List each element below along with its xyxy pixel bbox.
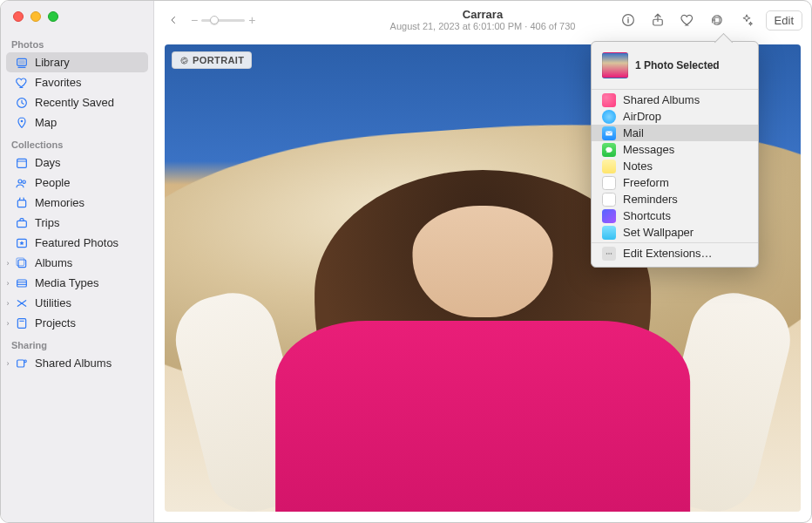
sidebar-item-label: Recently Saved (35, 96, 114, 109)
toolbar: − + Carrara August 21, 2023 at 6:01:00 P… (154, 1, 811, 39)
sidebar-item-label: Library (35, 56, 70, 69)
share-item-messages[interactable]: Messages (592, 141, 758, 158)
disclosure-triangle-icon[interactable]: › (3, 279, 13, 288)
sidebar-item-label: Memories (35, 196, 85, 209)
shared-app-icon (602, 93, 616, 107)
sidebar-item-recently-saved[interactable]: Recently Saved (6, 92, 148, 112)
utilities-icon (14, 296, 30, 310)
shortcuts-app-icon (602, 209, 616, 223)
back-button[interactable] (163, 10, 184, 30)
share-item-shortcuts[interactable]: Shortcuts (592, 207, 758, 224)
share-edit-extensions[interactable]: Edit Extensions… (592, 245, 758, 262)
share-item-label: Mail (623, 126, 644, 139)
memories-icon (14, 196, 30, 210)
share-item-label: Freeform (623, 176, 669, 189)
portrait-badge: PORTRAIT (172, 51, 252, 69)
share-item-airdrop[interactable]: AirDrop (592, 108, 758, 125)
sidebar-item-utilities[interactable]: ›Utilities (6, 293, 148, 313)
sidebar-item-label: Featured Photos (35, 236, 118, 249)
share-popover: 1 Photo Selected Shared AlbumsAirDropMai… (591, 41, 759, 268)
freeform-app-icon (602, 176, 616, 190)
suitcase-icon (14, 216, 30, 230)
calendar-icon (14, 156, 30, 170)
share-item-label: Set Wallpaper (623, 226, 694, 239)
minimize-window-button[interactable] (30, 11, 41, 22)
aperture-icon (179, 56, 189, 65)
share-item-label: AirDrop (623, 110, 661, 123)
sidebar-section-photos: Photos (1, 32, 153, 52)
featured-icon (14, 236, 30, 250)
sidebar-item-label: People (35, 176, 70, 189)
sidebar-item-days[interactable]: Days (6, 153, 148, 173)
sidebar-item-label: Days (35, 156, 61, 169)
sidebar-section-sharing: Sharing (1, 333, 153, 353)
clock-icon (14, 96, 30, 110)
zoom-out-icon: − (191, 13, 198, 27)
wallpaper-app-icon (602, 226, 616, 240)
share-item-label: Shared Albums (623, 93, 700, 106)
close-window-button[interactable] (13, 11, 24, 22)
notes-app-icon (602, 160, 616, 173)
share-thumbnail (602, 52, 628, 78)
sidebar-item-people[interactable]: People (6, 173, 148, 193)
share-item-notes[interactable]: Notes (592, 158, 758, 174)
pin-icon (14, 116, 30, 130)
sidebar-item-favorites[interactable]: Favorites (6, 72, 148, 92)
share-button[interactable] (647, 10, 668, 30)
disclosure-triangle-icon[interactable]: › (3, 299, 13, 308)
edit-button[interactable]: Edit (766, 10, 802, 31)
rotate-button[interactable] (707, 10, 727, 30)
sidebar-item-map[interactable]: Map (6, 112, 148, 132)
disclosure-triangle-icon[interactable]: › (3, 359, 13, 368)
info-button[interactable] (618, 10, 639, 30)
sidebar-item-label: Favorites (35, 76, 81, 89)
sidebar-item-albums[interactable]: ›Albums (6, 253, 148, 273)
share-selection-count: 1 Photo Selected (635, 59, 720, 71)
share-item-freeform[interactable]: Freeform (592, 174, 758, 191)
fullscreen-window-button[interactable] (48, 11, 58, 22)
sidebar-item-label: Utilities (35, 296, 71, 309)
people-icon (14, 176, 30, 190)
sidebar-item-label: Shared Albums (35, 357, 112, 370)
favorite-button[interactable] (677, 10, 698, 30)
disclosure-triangle-icon[interactable]: › (3, 259, 13, 268)
share-item-shared-albums[interactable]: Shared Albums (592, 92, 758, 108)
sidebar-item-label: Albums (35, 256, 72, 269)
share-item-label: Notes (623, 160, 653, 173)
heart-icon (14, 76, 30, 90)
sidebar-item-library[interactable]: Library (6, 52, 148, 72)
share-item-label: Messages (623, 143, 674, 156)
window-traffic-lights (1, 1, 153, 32)
media-icon (14, 276, 30, 290)
sidebar-item-shared-albums[interactable]: ›Shared Albums (6, 353, 148, 373)
sidebar-item-media-types[interactable]: ›Media Types (6, 273, 148, 293)
mail-app-icon (602, 126, 616, 140)
sidebar-item-projects[interactable]: ›Projects (6, 313, 148, 333)
library-icon (14, 56, 30, 70)
sidebar-item-featured-photos[interactable]: Featured Photos (6, 233, 148, 253)
sidebar-item-trips[interactable]: Trips (6, 213, 148, 233)
share-item-mail[interactable]: Mail (592, 125, 758, 141)
sidebar-item-label: Projects (35, 316, 76, 329)
sidebar-section-collections: Collections (1, 132, 153, 153)
sidebar-item-label: Media Types (35, 276, 98, 289)
disclosure-triangle-icon[interactable]: › (3, 319, 13, 328)
album-icon (14, 256, 30, 270)
sidebar-item-memories[interactable]: Memories (6, 193, 148, 213)
messages-app-icon (602, 143, 616, 157)
auto-enhance-button[interactable] (736, 10, 757, 30)
app-window: Photos LibraryFavoritesRecently SavedMap… (0, 0, 812, 523)
content-area: − + Carrara August 21, 2023 at 6:01:00 P… (154, 1, 811, 522)
airdrop-app-icon (602, 110, 616, 124)
share-item-reminders[interactable]: Reminders (592, 191, 758, 207)
sidebar-item-label: Map (35, 116, 57, 129)
share-item-label: Reminders (623, 193, 678, 206)
reminders-app-icon (602, 193, 616, 207)
share-item-set-wallpaper[interactable]: Set Wallpaper (592, 224, 758, 241)
zoom-in-icon: + (248, 13, 255, 27)
share-item-label: Shortcuts (623, 209, 671, 222)
sidebar: Photos LibraryFavoritesRecently SavedMap… (1, 1, 154, 522)
zoom-slider[interactable]: − + (191, 13, 255, 27)
projects-icon (14, 316, 30, 330)
share-popover-header: 1 Photo Selected (592, 47, 758, 87)
